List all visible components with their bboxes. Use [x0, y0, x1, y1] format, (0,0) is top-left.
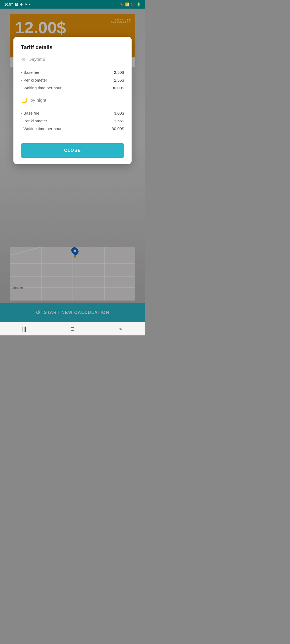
status-bar: 10:57 🖼 ⚙ M • 🔇 📶 🚫 🔋: [0, 0, 145, 9]
modal-title: Tariff details: [21, 44, 124, 50]
daytime-section: ☀ Daytime - Base fee 2.50$ - Per kilomet…: [21, 56, 124, 92]
daytime-base-fee-label: - Base fee: [21, 70, 39, 75]
night-base-fee-label: - Base fee: [21, 111, 39, 115]
dot-icon: •: [29, 2, 30, 6]
daytime-divider: [21, 65, 124, 65]
nav-back-button[interactable]: <: [116, 324, 126, 334]
image-icon: 🖼: [15, 2, 18, 6]
modal-overlay: Tariff details ☀ Daytime - Base fee 2.50…: [0, 9, 145, 322]
daytime-header: ☀ Daytime: [21, 56, 124, 63]
table-row: - Per kilometer 1.56$: [21, 117, 124, 125]
table-row: - Base fee 3.00$: [21, 109, 124, 117]
mute-icon: 🔇: [119, 2, 124, 6]
status-right: 🔇 📶 🚫 🔋: [119, 2, 141, 6]
time: 10:57: [4, 2, 13, 6]
settings-icon: ⚙: [20, 2, 23, 6]
daytime-per-km-value: 1.56$: [114, 78, 124, 82]
night-label: by night: [30, 98, 46, 103]
night-wait-value: 30.00$: [112, 126, 124, 131]
night-moon-icon: 🌙: [21, 97, 28, 104]
table-row: - Per kilometer 1.56$: [21, 76, 124, 84]
daytime-wait-label: - Waiting time per hour: [21, 86, 61, 90]
battery-icon: 🔋: [136, 2, 141, 6]
night-base-fee-value: 3.00$: [114, 111, 124, 115]
nav-menu-button[interactable]: |||: [19, 324, 29, 334]
mail-icon: M: [25, 2, 28, 6]
daytime-wait-value: 30.00$: [112, 86, 124, 90]
night-wait-label: - Waiting time per hour: [21, 126, 61, 131]
table-row: - Waiting time per hour 30.00$: [21, 84, 124, 92]
bottom-nav: ||| □ <: [0, 322, 145, 335]
status-left: 10:57 🖼 ⚙ M •: [4, 2, 30, 6]
app-background: ✦ ✦ + + ⊞⊞ TAXI ⊠⊠ CALCULATOR 12.00$ ☀ E…: [0, 9, 145, 322]
daytime-sun-icon: ☀: [21, 56, 26, 63]
tariff-modal: Tariff details ☀ Daytime - Base fee 2.50…: [13, 37, 132, 164]
wifi-icon: 📶: [125, 2, 129, 6]
daytime-per-km-label: - Per kilometer: [21, 78, 47, 82]
nav-home-button[interactable]: □: [68, 324, 77, 334]
table-row: - Waiting time per hour 30.00$: [21, 125, 124, 133]
night-section: 🌙 by night - Base fee 3.00$ - Per kilome…: [21, 97, 124, 133]
daytime-base-fee-value: 2.50$: [114, 70, 124, 75]
night-per-km-label: - Per kilometer: [21, 119, 47, 123]
night-divider: [21, 106, 124, 106]
no-icon: 🚫: [131, 2, 135, 6]
close-button[interactable]: CLOSE: [21, 143, 124, 158]
table-row: - Base fee 2.50$: [21, 68, 124, 76]
night-per-km-value: 1.56$: [114, 119, 124, 123]
night-header: 🌙 by night: [21, 97, 124, 104]
daytime-label: Daytime: [28, 57, 45, 62]
